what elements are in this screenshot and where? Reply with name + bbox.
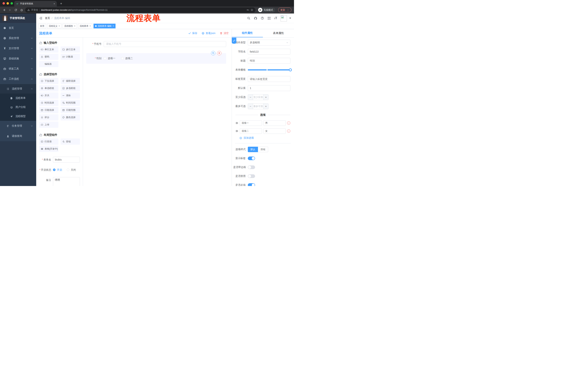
- help-question-icon[interactable]: [261, 17, 264, 20]
- sidebar-item-user-group[interactable]: 用户分组: [0, 103, 36, 112]
- radio-off-label[interactable]: 关闭: [71, 167, 76, 173]
- view-json-button[interactable]: 查看json: [202, 32, 215, 35]
- bookmark-star-icon[interactable]: [251, 9, 253, 11]
- palette-item-single-line-text[interactable]: 单行文本: [39, 46, 58, 53]
- palette-item-counter[interactable]: 123计数器: [61, 54, 80, 60]
- tab-close-icon[interactable]: ×: [53, 2, 55, 5]
- border-toggle-off[interactable]: [248, 165, 255, 169]
- palette-item-slider[interactable]: 滑块: [61, 93, 80, 99]
- browser-update-button[interactable]: 更新 ⋮: [278, 8, 292, 12]
- palette-item-upload[interactable]: 上传: [39, 122, 58, 128]
- sidebar-item-payment[interactable]: ¥ 支付管理: [0, 43, 36, 53]
- title-input[interactable]: [248, 58, 290, 64]
- remove-option-button[interactable]: −: [287, 129, 290, 133]
- tag-close-icon[interactable]: ×: [59, 25, 60, 27]
- phone-input[interactable]: 请输入手机号: [104, 41, 226, 47]
- breadcrumb-home[interactable]: 首页: [45, 17, 50, 20]
- add-option-button[interactable]: 添加选项: [235, 136, 290, 139]
- form-name-input[interactable]: [53, 157, 80, 162]
- save-button[interactable]: 保存: [188, 32, 197, 35]
- tag-process-form-edit-active[interactable]: 流程表单-编辑×: [94, 24, 116, 28]
- sidebar-item-process-model[interactable]: 流程模型: [0, 112, 36, 121]
- required-toggle-on[interactable]: [248, 183, 255, 186]
- show-label-toggle-on[interactable]: [248, 157, 255, 160]
- link-badge[interactable]: [232, 38, 236, 44]
- search-icon[interactable]: [247, 17, 250, 20]
- decrease-button[interactable]: −: [248, 95, 253, 100]
- option-label-input[interactable]: [240, 120, 262, 126]
- tag-process-model[interactable]: 流程模型×: [63, 24, 77, 28]
- increase-button[interactable]: +: [263, 95, 268, 100]
- palette-item-checkbox-group[interactable]: 多选框组: [61, 85, 80, 91]
- address-bar[interactable]: 不安全 dashboard.yudao.iocoder.cn/bpm/manag…: [25, 8, 255, 12]
- sidebar-item-workflow[interactable]: 工作流程: [0, 74, 36, 84]
- component-type-select[interactable]: 多选框组: [248, 40, 290, 45]
- form-canvas[interactable]: 手机号 请输入手机号 性别: [83, 37, 231, 186]
- palette-item-button[interactable]: 按钮: [61, 138, 80, 145]
- github-icon[interactable]: [254, 17, 257, 20]
- remark-textarea[interactable]: 嘿嘿: [53, 177, 80, 186]
- palette-item-select[interactable]: 下拉选择: [39, 78, 58, 84]
- remove-option-button[interactable]: −: [287, 121, 290, 125]
- palette-item-rate[interactable]: 评分: [39, 114, 58, 120]
- sidebar-item-process-management[interactable]: 流程管理: [0, 84, 36, 94]
- form-grid-slider[interactable]: [248, 67, 290, 73]
- tag-close-icon[interactable]: ×: [113, 25, 114, 27]
- palette-item-switch[interactable]: 开关: [39, 93, 58, 99]
- password-key-icon[interactable]: [247, 9, 249, 11]
- browser-menu-icon[interactable]: ⋮: [287, 9, 289, 11]
- gender-option-1[interactable]: 选项一: [104, 57, 115, 60]
- palette-item-table[interactable]: 表格[开发中]: [39, 146, 58, 152]
- window-close-button[interactable]: [2, 2, 5, 5]
- canvas-field-phone[interactable]: 手机号 请输入手机号: [86, 41, 226, 47]
- drag-handle-icon[interactable]: [235, 130, 238, 132]
- radio-on-selected[interactable]: [53, 169, 55, 171]
- sidebar-item-process-form[interactable]: 流程表单: [0, 94, 36, 103]
- field-name-input[interactable]: [248, 49, 290, 55]
- palette-item-color-picker[interactable]: 颜色选择: [61, 114, 80, 120]
- radio-on-label[interactable]: 开启: [57, 167, 62, 173]
- sidebar-item-infrastructure[interactable]: 基础设施: [0, 53, 36, 64]
- canvas-field-gender-selected[interactable]: 性别 选项一 选项二: [86, 53, 226, 64]
- style-button-button[interactable]: 按钮: [258, 147, 268, 152]
- tag-close-icon[interactable]: ×: [74, 25, 75, 27]
- new-tab-button[interactable]: +: [59, 1, 64, 6]
- tag-process-definition[interactable]: 流程定义×: [47, 24, 62, 28]
- slider-handle[interactable]: [289, 68, 292, 71]
- avatar-caret-icon[interactable]: [289, 18, 291, 19]
- window-controls[interactable]: [2, 2, 13, 5]
- hamburger-fold-icon[interactable]: [39, 17, 42, 20]
- sidebar-item-task-management[interactable]: 任务管理: [0, 121, 36, 131]
- style-default-button[interactable]: 默认: [248, 147, 258, 152]
- tag-process-form[interactable]: 流程表单×: [78, 24, 92, 28]
- sidebar-item-system[interactable]: 系统管理: [0, 33, 36, 43]
- back-icon[interactable]: [2, 8, 7, 12]
- palette-item-date-picker[interactable]: 日期选择: [39, 107, 58, 113]
- max-select-stepper[interactable]: −最多可选+: [248, 103, 269, 109]
- resize-grip-icon[interactable]: [78, 186, 79, 186]
- tag-home[interactable]: 首页: [38, 24, 46, 28]
- palette-item-cascader[interactable]: 级联选择: [61, 78, 80, 84]
- window-minimize-button[interactable]: [7, 2, 9, 5]
- palette-item-time-range[interactable]: 时间范围: [61, 100, 80, 106]
- delete-component-button[interactable]: [217, 51, 221, 55]
- decrease-button[interactable]: −: [248, 104, 253, 109]
- drag-handle-icon[interactable]: [235, 122, 238, 125]
- sidebar-item-leave-query[interactable]: 请假查询: [0, 131, 36, 141]
- palette-item-date-range[interactable]: 日期范围: [61, 107, 80, 113]
- min-select-stepper[interactable]: −至少应选+: [248, 94, 269, 100]
- tab-component-props[interactable]: 组件属性: [232, 29, 263, 37]
- tab-form-props[interactable]: 表单属性: [263, 29, 294, 37]
- clear-button[interactable]: 清空: [220, 32, 229, 35]
- tag-close-icon[interactable]: ×: [90, 25, 91, 27]
- palette-item-row-container[interactable]: 行容器: [39, 138, 58, 145]
- palette-item-password[interactable]: 密码: [39, 54, 58, 60]
- avatar-broken-image[interactable]: [281, 15, 287, 21]
- fullscreen-icon[interactable]: [267, 17, 271, 20]
- palette-item-time-picker[interactable]: 时间选择: [39, 100, 58, 106]
- reload-icon[interactable]: [13, 8, 18, 12]
- forward-icon[interactable]: [8, 8, 12, 12]
- checkbox-empty[interactable]: [121, 57, 124, 60]
- sidebar-item-home[interactable]: 首页: [0, 23, 36, 33]
- browser-tab[interactable]: 芋道管理系统 ×: [14, 1, 57, 7]
